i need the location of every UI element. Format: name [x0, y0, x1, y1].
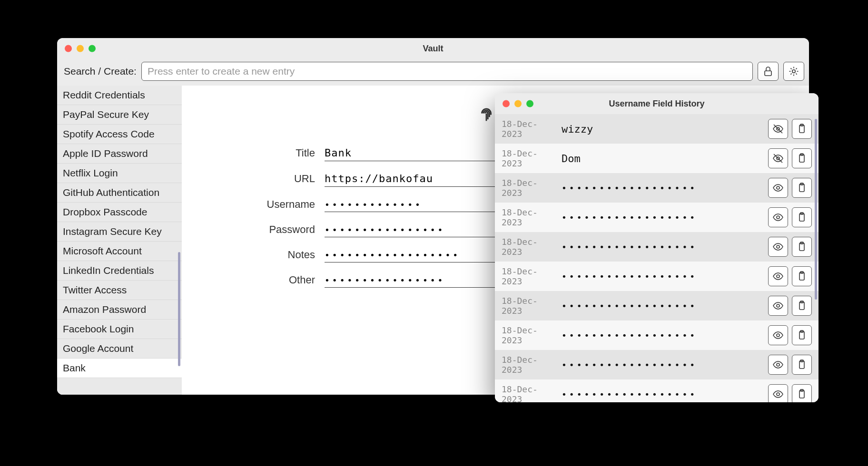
eye-icon [772, 330, 784, 341]
search-input[interactable] [141, 62, 753, 81]
copy-button[interactable] [792, 355, 812, 375]
copy-button[interactable] [792, 384, 812, 402]
reveal-button[interactable] [768, 237, 788, 257]
history-date: 18-Dec-2023 [502, 266, 554, 286]
history-actions [768, 237, 812, 257]
field-label: Username [210, 198, 315, 211]
hide-button[interactable] [768, 148, 788, 168]
clipboard-icon [796, 330, 808, 341]
copy-button[interactable] [792, 148, 812, 168]
sidebar-item[interactable]: Spotify Access Code [57, 125, 182, 144]
field-label: Notes [210, 249, 315, 261]
history-row: 18-Dec-2023•••••••••••••••••• [495, 203, 819, 232]
history-value: •••••••••••••••••• [562, 330, 760, 340]
clipboard-icon [796, 359, 808, 370]
history-actions [768, 384, 812, 402]
sidebar-item[interactable]: Amazon Password [57, 300, 182, 320]
history-value: •••••••••••••••••• [562, 213, 760, 223]
sidebar-item[interactable]: Facebook Login [57, 320, 182, 339]
clipboard-icon [796, 241, 808, 252]
sidebar-item[interactable]: GitHub Authentication [57, 183, 182, 203]
copy-button[interactable] [792, 296, 812, 316]
history-actions [768, 148, 812, 168]
history-date: 18-Dec-2023 [502, 148, 554, 168]
sidebar-item[interactable]: Google Account [57, 339, 182, 359]
history-window: Username Field History 18-Dec-2023wizzy1… [495, 93, 819, 402]
reveal-button[interactable] [768, 178, 788, 198]
history-date: 18-Dec-2023 [502, 119, 554, 139]
history-actions [768, 178, 812, 198]
gear-icon [788, 66, 799, 77]
history-row: 18-Dec-2023Dom [495, 144, 819, 173]
close-button[interactable] [65, 45, 72, 52]
settings-button[interactable] [783, 62, 804, 81]
history-row: 18-Dec-2023•••••••••••••••••• [495, 379, 819, 402]
reveal-button[interactable] [768, 207, 788, 227]
eye-off-icon [772, 153, 784, 164]
close-button[interactable] [503, 100, 510, 107]
sidebar-item[interactable]: Twitter Access [57, 281, 182, 300]
history-value: •••••••••••••••••• [562, 389, 760, 399]
history-row: 18-Dec-2023•••••••••••••••••• [495, 291, 819, 320]
sidebar-item[interactable]: LinkedIn Credentials [57, 261, 182, 281]
copy-button[interactable] [792, 178, 812, 198]
sidebar-item[interactable]: PayPal Secure Key [57, 105, 182, 125]
history-date: 18-Dec-2023 [502, 207, 554, 227]
minimize-button[interactable] [77, 45, 84, 52]
clipboard-icon [796, 271, 808, 282]
reveal-button[interactable] [768, 296, 788, 316]
sidebar-item[interactable]: Dropbox Passcode [57, 203, 182, 222]
reveal-button[interactable] [768, 384, 788, 402]
history-date: 18-Dec-2023 [502, 237, 554, 257]
copy-button[interactable] [792, 266, 812, 286]
maximize-button[interactable] [89, 45, 96, 52]
history-date: 18-Dec-2023 [502, 178, 554, 198]
main-window-title: Vault [57, 44, 809, 54]
lock-button[interactable] [758, 62, 779, 81]
history-date: 18-Dec-2023 [502, 296, 554, 316]
history-traffic-lights [503, 100, 533, 107]
main-traffic-lights [65, 45, 96, 52]
copy-button[interactable] [792, 237, 812, 257]
field-label: Title [210, 147, 315, 159]
history-date: 18-Dec-2023 [502, 355, 554, 375]
history-actions [768, 119, 812, 139]
copy-button[interactable] [792, 325, 812, 345]
eye-icon [772, 359, 784, 370]
history-actions [768, 266, 812, 286]
sidebar-item[interactable]: Bank [57, 359, 182, 378]
reveal-button[interactable] [768, 325, 788, 345]
reveal-button[interactable] [768, 355, 788, 375]
main-titlebar: Vault [57, 38, 809, 59]
copy-button[interactable] [792, 207, 812, 227]
hide-button[interactable] [768, 119, 788, 139]
eye-icon [772, 212, 784, 223]
field-label: Password [210, 223, 315, 236]
copy-button[interactable] [792, 119, 812, 139]
history-row: 18-Dec-2023•••••••••••••••••• [495, 173, 819, 203]
history-value: wizzy [562, 123, 760, 135]
field-label: Other [210, 274, 315, 286]
reveal-button[interactable] [768, 266, 788, 286]
toolbar: Search / Create: [57, 59, 809, 86]
search-label: Search / Create: [64, 66, 137, 77]
clipboard-icon [796, 388, 808, 400]
eye-icon [772, 388, 784, 400]
history-row: 18-Dec-2023wizzy [495, 114, 819, 144]
field-label: URL [210, 173, 315, 185]
sidebar-item[interactable]: Reddit Credentials [57, 86, 182, 105]
minimize-button[interactable] [514, 100, 522, 107]
sidebar-item[interactable]: Netflix Login [57, 164, 182, 183]
clipboard-icon [796, 300, 808, 311]
history-body[interactable]: 18-Dec-2023wizzy18-Dec-2023Dom18-Dec-202… [495, 114, 819, 402]
clipboard-icon [796, 212, 808, 223]
sidebar[interactable]: Reddit CredentialsPayPal Secure KeySpoti… [57, 86, 182, 395]
maximize-button[interactable] [526, 100, 533, 107]
eye-icon [772, 300, 784, 311]
history-actions [768, 296, 812, 316]
sidebar-item[interactable]: Microsoft Account [57, 242, 182, 261]
sidebar-item[interactable]: Apple ID Password [57, 144, 182, 164]
history-actions [768, 355, 812, 375]
history-row: 18-Dec-2023•••••••••••••••••• [495, 232, 819, 262]
sidebar-item[interactable]: Instagram Secure Key [57, 222, 182, 242]
